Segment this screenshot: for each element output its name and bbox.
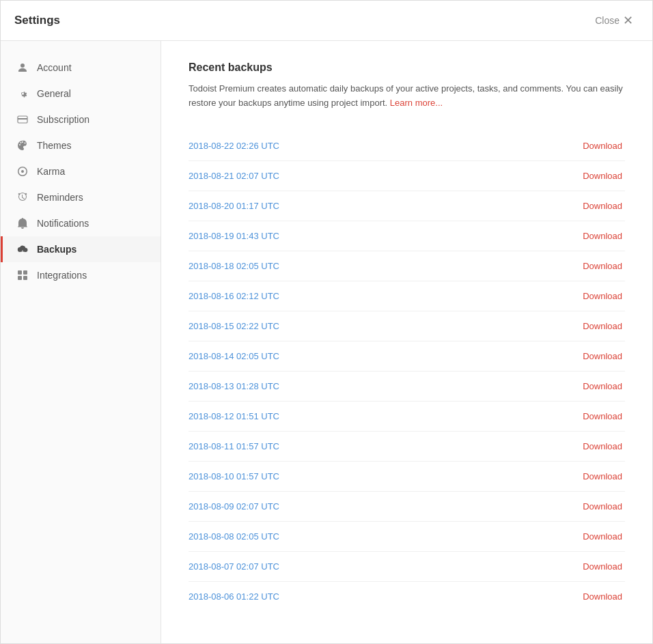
bell-icon	[16, 217, 29, 229]
themes-label: Themes	[37, 140, 72, 151]
svg-rect-5	[18, 276, 22, 280]
download-button[interactable]: Download	[580, 380, 625, 393]
sidebar-item-general[interactable]: General	[1, 81, 161, 107]
cloud-icon	[16, 243, 29, 255]
subscription-label: Subscription	[37, 114, 89, 125]
alarm-icon	[16, 191, 29, 204]
download-button[interactable]: Download	[580, 169, 625, 182]
backup-row: 2018-08-09 02:07 UTCDownload	[189, 492, 625, 522]
backups-label: Backups	[37, 244, 77, 255]
backup-row: 2018-08-10 01:57 UTCDownload	[189, 462, 625, 492]
download-button[interactable]: Download	[580, 500, 625, 513]
backup-date: 2018-08-12 01:51 UTC	[189, 411, 279, 421]
backup-row: 2018-08-14 02:05 UTCDownload	[189, 341, 625, 372]
settings-window: Settings Close ✕ Account	[0, 0, 653, 644]
backup-row: 2018-08-12 01:51 UTCDownload	[189, 402, 625, 432]
backup-date: 2018-08-14 02:05 UTC	[189, 351, 279, 361]
download-button[interactable]: Download	[580, 590, 625, 603]
backup-date: 2018-08-07 02:07 UTC	[189, 561, 279, 572]
grid-icon	[16, 269, 29, 281]
gear-icon	[16, 87, 29, 100]
reminders-label: Reminders	[37, 192, 83, 203]
person-icon	[16, 61, 29, 74]
sidebar-item-reminders[interactable]: Reminders	[1, 184, 161, 210]
download-button[interactable]: Download	[580, 440, 625, 453]
backup-date: 2018-08-21 02:07 UTC	[189, 171, 279, 181]
general-label: General	[37, 88, 71, 99]
backup-row: 2018-08-15 02:22 UTCDownload	[189, 311, 625, 341]
download-button[interactable]: Download	[580, 470, 625, 483]
download-button[interactable]: Download	[580, 560, 625, 573]
svg-rect-6	[23, 276, 27, 280]
backup-date: 2018-08-20 01:17 UTC	[189, 201, 279, 211]
notifications-label: Notifications	[37, 218, 89, 229]
close-label: Close	[595, 15, 620, 26]
description-text: Todoist Premium creates automatic daily …	[189, 82, 625, 111]
account-label: Account	[37, 62, 72, 73]
backup-row: 2018-08-16 02:12 UTCDownload	[189, 281, 625, 311]
download-button[interactable]: Download	[580, 320, 625, 333]
close-icon: ✕	[623, 13, 633, 28]
karma-label: Karma	[37, 166, 65, 177]
sidebar-item-karma[interactable]: Karma	[1, 158, 161, 184]
backup-row: 2018-08-13 01:28 UTCDownload	[189, 372, 625, 402]
sidebar-item-notifications[interactable]: Notifications	[1, 210, 161, 236]
sidebar-item-subscription[interactable]: Subscription	[1, 107, 161, 132]
backup-row: 2018-08-21 02:07 UTCDownload	[189, 161, 625, 191]
titlebar: Settings Close ✕	[1, 1, 652, 41]
window-title: Settings	[14, 14, 60, 27]
svg-rect-3	[18, 270, 22, 275]
backup-date: 2018-08-15 02:22 UTC	[189, 321, 279, 331]
main-content: Recent backups Todoist Premium creates a…	[161, 41, 652, 643]
download-button[interactable]: Download	[580, 229, 625, 242]
palette-icon	[16, 139, 29, 152]
download-button[interactable]: Download	[580, 260, 625, 272]
backup-list: 2018-08-22 02:26 UTCDownload2018-08-21 0…	[189, 131, 625, 611]
svg-point-2	[21, 170, 24, 173]
backup-row: 2018-08-18 02:05 UTCDownload	[189, 251, 625, 281]
integrations-label: Integrations	[37, 270, 87, 281]
sidebar: Account General Subscription	[1, 41, 161, 643]
backup-row: 2018-08-11 01:57 UTCDownload	[189, 432, 625, 462]
backup-date: 2018-08-18 02:05 UTC	[189, 261, 279, 271]
backup-row: 2018-08-07 02:07 UTCDownload	[189, 552, 625, 582]
backup-row: 2018-08-19 01:43 UTCDownload	[189, 221, 625, 251]
backup-date: 2018-08-06 01:22 UTC	[189, 591, 279, 602]
download-button[interactable]: Download	[580, 199, 625, 212]
download-button[interactable]: Download	[580, 530, 625, 543]
backup-row: 2018-08-20 01:17 UTCDownload	[189, 191, 625, 221]
download-button[interactable]: Download	[580, 410, 625, 423]
backup-date: 2018-08-22 02:26 UTC	[189, 141, 279, 151]
sidebar-item-themes[interactable]: Themes	[1, 132, 161, 158]
backup-date: 2018-08-11 01:57 UTC	[189, 441, 279, 451]
sidebar-item-account[interactable]: Account	[1, 55, 161, 81]
learn-more-link[interactable]: Learn more...	[390, 98, 443, 108]
svg-rect-1	[18, 118, 27, 120]
backup-date: 2018-08-16 02:12 UTC	[189, 291, 279, 301]
close-button[interactable]: Close ✕	[589, 10, 639, 31]
karma-icon	[16, 165, 29, 178]
backup-date: 2018-08-08 02:05 UTC	[189, 531, 279, 542]
svg-rect-4	[23, 270, 27, 275]
backup-row: 2018-08-22 02:26 UTCDownload	[189, 131, 625, 161]
section-title: Recent backups	[189, 61, 625, 74]
backup-date: 2018-08-10 01:57 UTC	[189, 471, 279, 481]
backup-date: 2018-08-19 01:43 UTC	[189, 231, 279, 241]
settings-content: Account General Subscription	[1, 41, 652, 643]
download-button[interactable]: Download	[580, 350, 625, 363]
backup-date: 2018-08-09 02:07 UTC	[189, 501, 279, 512]
download-button[interactable]: Download	[580, 290, 625, 303]
backup-row: 2018-08-06 01:22 UTCDownload	[189, 582, 625, 611]
sidebar-item-backups[interactable]: Backups	[1, 236, 161, 262]
card-icon	[16, 113, 29, 126]
download-button[interactable]: Download	[580, 139, 625, 152]
sidebar-item-integrations[interactable]: Integrations	[1, 262, 161, 288]
backup-row: 2018-08-08 02:05 UTCDownload	[189, 522, 625, 552]
backup-date: 2018-08-13 01:28 UTC	[189, 381, 279, 391]
